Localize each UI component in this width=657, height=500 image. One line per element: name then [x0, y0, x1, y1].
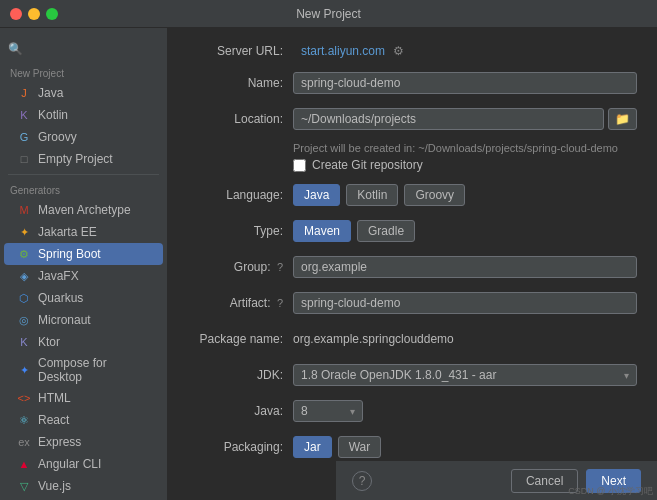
language-btn-java[interactable]: Java: [293, 184, 340, 206]
minimize-button[interactable]: [28, 8, 40, 20]
type-btn-gradle[interactable]: Gradle: [357, 220, 415, 242]
language-buttons: JavaKotlinGroovy: [293, 184, 637, 206]
micronaut-icon: ◎: [16, 312, 32, 328]
spring-icon: ⚙: [16, 246, 32, 262]
sidebar-label-micronaut: Micronaut: [38, 313, 91, 327]
sidebar-label-compose: Compose for Desktop: [38, 356, 153, 384]
sidebar-item-java[interactable]: JJava: [4, 82, 163, 104]
sidebar-label-spring: Spring Boot: [38, 247, 101, 261]
sidebar-item-maven[interactable]: MMaven Archetype: [4, 199, 163, 221]
sidebar-item-empty[interactable]: □Empty Project: [4, 148, 163, 170]
sidebar-item-spring[interactable]: ⚙Spring Boot: [4, 243, 163, 265]
sidebar-item-jakarta[interactable]: ✦Jakarta EE: [4, 221, 163, 243]
location-row: Location: 📁: [188, 106, 637, 132]
title-bar: New Project: [0, 0, 657, 28]
sidebar-item-kotlin[interactable]: KKotlin: [4, 104, 163, 126]
jdk-dropdown-arrow: ▾: [624, 370, 629, 381]
maven-icon: M: [16, 202, 32, 218]
language-row: Language: JavaKotlinGroovy: [188, 182, 637, 208]
search-input[interactable]: [27, 42, 159, 56]
sidebar-item-micronaut[interactable]: ◎Micronaut: [4, 309, 163, 331]
groovy-icon: G: [16, 129, 32, 145]
sidebar-divider-1: [8, 174, 159, 175]
server-url-label: Server URL:: [188, 44, 293, 58]
group-input[interactable]: [293, 256, 637, 278]
java-version-select[interactable]: 8 ▾: [293, 400, 363, 422]
packaging-label: Packaging:: [188, 440, 293, 454]
name-row: Name:: [188, 70, 637, 96]
sidebar-item-ktor[interactable]: KKtor: [4, 331, 163, 353]
jdk-value: 1.8 Oracle OpenJDK 1.8.0_431 - aar ▾: [293, 364, 637, 386]
artifact-label: Artifact: ?: [188, 296, 293, 310]
type-buttons: MavenGradle: [293, 220, 637, 242]
react-icon: ⚛: [16, 412, 32, 428]
sidebar-search-row: 🔍: [0, 36, 167, 62]
name-value: [293, 72, 637, 94]
sidebar-item-angular[interactable]: ▲Angular CLI: [4, 453, 163, 475]
git-checkbox[interactable]: [293, 159, 306, 172]
sidebar-label-html: HTML: [38, 391, 71, 405]
type-label: Type:: [188, 224, 293, 238]
sidebar-item-vue[interactable]: ▽Vue.js: [4, 475, 163, 497]
gear-icon[interactable]: ⚙: [393, 44, 404, 58]
artifact-row: Artifact: ?: [188, 290, 637, 316]
name-input[interactable]: [293, 72, 637, 94]
maximize-button[interactable]: [46, 8, 58, 20]
type-row: Type: MavenGradle: [188, 218, 637, 244]
language-btn-kotlin[interactable]: Kotlin: [346, 184, 398, 206]
express-icon: ex: [16, 434, 32, 450]
bottom-left: ?: [352, 471, 372, 491]
generators-section-label: Generators: [0, 179, 167, 199]
location-input[interactable]: [293, 108, 604, 130]
git-checkbox-label[interactable]: Create Git repository: [312, 158, 423, 172]
content-area: Server URL: start.aliyun.com ⚙ Name: Loc…: [168, 28, 657, 500]
ktor-icon: K: [16, 334, 32, 350]
java-icon: J: [16, 85, 32, 101]
location-label: Location:: [188, 112, 293, 126]
sidebar-label-empty: Empty Project: [38, 152, 113, 166]
main-layout: 🔍 New Project JJavaKKotlinGGroovy□Empty …: [0, 28, 657, 500]
sidebar-item-express[interactable]: exExpress: [4, 431, 163, 453]
sidebar-label-angular: Angular CLI: [38, 457, 101, 471]
close-button[interactable]: [10, 8, 22, 20]
sidebar-item-html[interactable]: <>HTML: [4, 387, 163, 409]
git-checkbox-row: Create Git repository: [293, 158, 637, 172]
sidebar-item-groovy[interactable]: GGroovy: [4, 126, 163, 148]
language-btn-groovy[interactable]: Groovy: [404, 184, 465, 206]
group-value: [293, 256, 637, 278]
group-help-icon[interactable]: ?: [277, 261, 283, 273]
server-url-link[interactable]: start.aliyun.com: [301, 44, 385, 58]
package-name-row: Package name: org.example.springclouddem…: [188, 326, 637, 352]
kotlin-icon: K: [16, 107, 32, 123]
sidebar-label-kotlin: Kotlin: [38, 108, 68, 122]
artifact-input[interactable]: [293, 292, 637, 314]
quarkus-icon: ⬡: [16, 290, 32, 306]
sidebar-label-java: Java: [38, 86, 63, 100]
java-row: Java: 8 ▾: [188, 398, 637, 424]
sidebar-item-quarkus[interactable]: ⬡Quarkus: [4, 287, 163, 309]
packaging-btn-war[interactable]: War: [338, 436, 382, 458]
artifact-help-icon[interactable]: ?: [277, 297, 283, 309]
html-icon: <>: [16, 390, 32, 406]
packaging-btn-jar[interactable]: Jar: [293, 436, 332, 458]
jdk-select[interactable]: 1.8 Oracle OpenJDK 1.8.0_431 - aar ▾: [293, 364, 637, 386]
folder-button[interactable]: 📁: [608, 108, 637, 130]
java-version-text: 8: [301, 404, 344, 418]
type-btn-maven[interactable]: Maven: [293, 220, 351, 242]
jdk-row: JDK: 1.8 Oracle OpenJDK 1.8.0_431 - aar …: [188, 362, 637, 388]
help-button[interactable]: ?: [352, 471, 372, 491]
sidebar-item-compose[interactable]: ✦Compose for Desktop: [4, 353, 163, 387]
compose-icon: ✦: [16, 362, 32, 378]
group-label: Group: ?: [188, 260, 293, 274]
traffic-lights: [10, 8, 58, 20]
package-name-value: org.example.springclouddemo: [293, 332, 637, 346]
group-row: Group: ?: [188, 254, 637, 280]
package-name-text: org.example.springclouddemo: [293, 332, 454, 346]
new-project-section-label: New Project: [0, 62, 167, 82]
angular-icon: ▲: [16, 456, 32, 472]
empty-icon: □: [16, 151, 32, 167]
vue-icon: ▽: [16, 478, 32, 494]
sidebar-label-ktor: Ktor: [38, 335, 60, 349]
sidebar-item-javafx[interactable]: ◈JavaFX: [4, 265, 163, 287]
sidebar-item-react[interactable]: ⚛React: [4, 409, 163, 431]
